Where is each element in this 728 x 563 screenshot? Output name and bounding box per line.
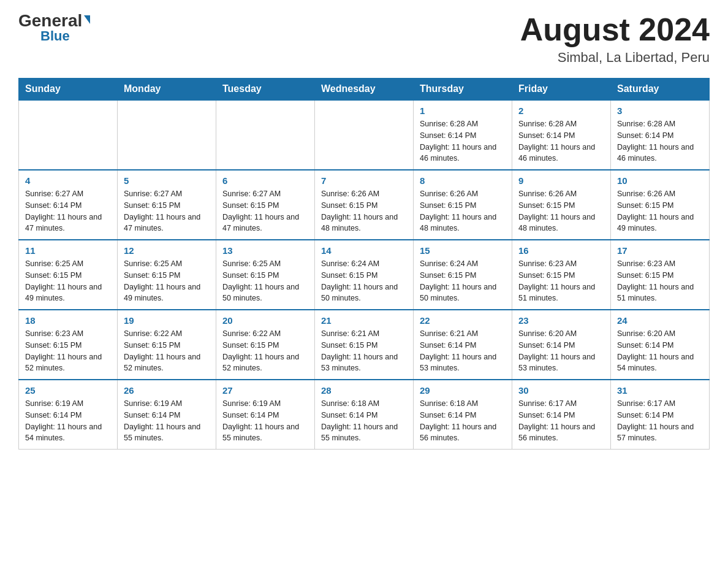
calendar-cell: 27Sunrise: 6:19 AMSunset: 6:14 PMDayligh… <box>216 380 315 450</box>
calendar-cell: 10Sunrise: 6:26 AMSunset: 6:15 PMDayligh… <box>611 170 710 240</box>
calendar-cell: 23Sunrise: 6:20 AMSunset: 6:14 PMDayligh… <box>512 310 611 380</box>
day-info: Sunrise: 6:28 AMSunset: 6:14 PMDaylight:… <box>420 118 506 164</box>
day-number: 7 <box>321 175 407 186</box>
calendar-cell: 11Sunrise: 6:25 AMSunset: 6:15 PMDayligh… <box>19 240 118 310</box>
calendar-cell: 17Sunrise: 6:23 AMSunset: 6:15 PMDayligh… <box>611 240 710 310</box>
day-info: Sunrise: 6:25 AMSunset: 6:15 PMDaylight:… <box>25 258 111 304</box>
day-number: 25 <box>25 385 111 396</box>
day-info: Sunrise: 6:26 AMSunset: 6:15 PMDaylight:… <box>518 188 604 234</box>
day-of-week-header: Wednesday <box>315 79 414 101</box>
day-info: Sunrise: 6:20 AMSunset: 6:14 PMDaylight:… <box>518 328 604 374</box>
calendar-cell <box>118 100 216 170</box>
day-info: Sunrise: 6:17 AMSunset: 6:14 PMDaylight:… <box>617 398 703 444</box>
day-number: 4 <box>25 175 111 186</box>
day-info: Sunrise: 6:17 AMSunset: 6:14 PMDaylight:… <box>518 398 604 444</box>
day-info: Sunrise: 6:23 AMSunset: 6:15 PMDaylight:… <box>25 328 111 374</box>
day-number: 19 <box>124 315 210 326</box>
day-of-week-header: Monday <box>118 79 216 101</box>
calendar-cell: 13Sunrise: 6:25 AMSunset: 6:15 PMDayligh… <box>216 240 315 310</box>
day-number: 29 <box>420 385 506 396</box>
calendar-cell: 18Sunrise: 6:23 AMSunset: 6:15 PMDayligh… <box>19 310 118 380</box>
day-info: Sunrise: 6:25 AMSunset: 6:15 PMDaylight:… <box>222 258 308 304</box>
day-info: Sunrise: 6:24 AMSunset: 6:15 PMDaylight:… <box>321 258 407 304</box>
calendar-week-row: 4Sunrise: 6:27 AMSunset: 6:14 PMDaylight… <box>19 170 710 240</box>
calendar-cell: 29Sunrise: 6:18 AMSunset: 6:14 PMDayligh… <box>414 380 512 450</box>
day-info: Sunrise: 6:23 AMSunset: 6:15 PMDaylight:… <box>617 258 703 304</box>
calendar-cell: 20Sunrise: 6:22 AMSunset: 6:15 PMDayligh… <box>216 310 315 380</box>
logo-blue-text: Blue <box>40 29 70 43</box>
calendar-cell: 9Sunrise: 6:26 AMSunset: 6:15 PMDaylight… <box>512 170 611 240</box>
day-info: Sunrise: 6:26 AMSunset: 6:15 PMDaylight:… <box>321 188 407 234</box>
day-info: Sunrise: 6:22 AMSunset: 6:15 PMDaylight:… <box>222 328 308 374</box>
calendar-week-row: 25Sunrise: 6:19 AMSunset: 6:14 PMDayligh… <box>19 380 710 450</box>
day-number: 10 <box>617 175 703 186</box>
day-number: 18 <box>25 315 111 326</box>
day-number: 31 <box>617 385 703 396</box>
calendar-cell: 26Sunrise: 6:19 AMSunset: 6:14 PMDayligh… <box>118 380 216 450</box>
day-info: Sunrise: 6:28 AMSunset: 6:14 PMDaylight:… <box>518 118 604 164</box>
day-info: Sunrise: 6:26 AMSunset: 6:15 PMDaylight:… <box>617 188 703 234</box>
day-info: Sunrise: 6:27 AMSunset: 6:15 PMDaylight:… <box>222 188 308 234</box>
day-info: Sunrise: 6:24 AMSunset: 6:15 PMDaylight:… <box>420 258 506 304</box>
logo-triangle-icon <box>84 15 90 24</box>
calendar-cell: 25Sunrise: 6:19 AMSunset: 6:14 PMDayligh… <box>19 380 118 450</box>
day-info: Sunrise: 6:19 AMSunset: 6:14 PMDaylight:… <box>222 398 308 444</box>
day-number: 20 <box>222 315 308 326</box>
calendar-cell <box>315 100 414 170</box>
calendar-cell: 30Sunrise: 6:17 AMSunset: 6:14 PMDayligh… <box>512 380 611 450</box>
calendar-cell: 3Sunrise: 6:28 AMSunset: 6:14 PMDaylight… <box>611 100 710 170</box>
day-number: 21 <box>321 315 407 326</box>
logo-general-text: General <box>18 12 82 29</box>
day-info: Sunrise: 6:28 AMSunset: 6:14 PMDaylight:… <box>617 118 703 164</box>
calendar-cell: 31Sunrise: 6:17 AMSunset: 6:14 PMDayligh… <box>611 380 710 450</box>
day-number: 6 <box>222 175 308 186</box>
calendar-cell: 22Sunrise: 6:21 AMSunset: 6:14 PMDayligh… <box>414 310 512 380</box>
day-number: 30 <box>518 385 604 396</box>
day-number: 15 <box>420 245 506 256</box>
location-title: Simbal, La Libertad, Peru <box>520 50 710 66</box>
day-number: 1 <box>420 105 506 116</box>
day-number: 5 <box>124 175 210 186</box>
calendar-header-row: SundayMondayTuesdayWednesdayThursdayFrid… <box>19 79 710 101</box>
day-number: 27 <box>222 385 308 396</box>
day-info: Sunrise: 6:27 AMSunset: 6:14 PMDaylight:… <box>25 188 111 234</box>
day-info: Sunrise: 6:18 AMSunset: 6:14 PMDaylight:… <box>321 398 407 444</box>
day-info: Sunrise: 6:22 AMSunset: 6:15 PMDaylight:… <box>124 328 210 374</box>
calendar-cell: 28Sunrise: 6:18 AMSunset: 6:14 PMDayligh… <box>315 380 414 450</box>
day-number: 12 <box>124 245 210 256</box>
logo: General Blue <box>18 12 90 43</box>
calendar-week-row: 18Sunrise: 6:23 AMSunset: 6:15 PMDayligh… <box>19 310 710 380</box>
day-number: 13 <box>222 245 308 256</box>
day-number: 16 <box>518 245 604 256</box>
day-of-week-header: Friday <box>512 79 611 101</box>
day-number: 22 <box>420 315 506 326</box>
day-number: 28 <box>321 385 407 396</box>
day-number: 14 <box>321 245 407 256</box>
calendar-cell: 5Sunrise: 6:27 AMSunset: 6:15 PMDaylight… <box>118 170 216 240</box>
day-info: Sunrise: 6:21 AMSunset: 6:14 PMDaylight:… <box>420 328 506 374</box>
day-info: Sunrise: 6:19 AMSunset: 6:14 PMDaylight:… <box>25 398 111 444</box>
calendar-cell: 21Sunrise: 6:21 AMSunset: 6:15 PMDayligh… <box>315 310 414 380</box>
day-number: 11 <box>25 245 111 256</box>
day-of-week-header: Thursday <box>414 79 512 101</box>
calendar-cell: 12Sunrise: 6:25 AMSunset: 6:15 PMDayligh… <box>118 240 216 310</box>
day-of-week-header: Sunday <box>19 79 118 101</box>
day-number: 26 <box>124 385 210 396</box>
calendar-cell: 24Sunrise: 6:20 AMSunset: 6:14 PMDayligh… <box>611 310 710 380</box>
day-number: 8 <box>420 175 506 186</box>
calendar-cell: 14Sunrise: 6:24 AMSunset: 6:15 PMDayligh… <box>315 240 414 310</box>
day-of-week-header: Saturday <box>611 79 710 101</box>
day-info: Sunrise: 6:20 AMSunset: 6:14 PMDaylight:… <box>617 328 703 374</box>
day-info: Sunrise: 6:27 AMSunset: 6:15 PMDaylight:… <box>124 188 210 234</box>
day-number: 24 <box>617 315 703 326</box>
calendar-week-row: 11Sunrise: 6:25 AMSunset: 6:15 PMDayligh… <box>19 240 710 310</box>
day-number: 23 <box>518 315 604 326</box>
title-block: August 2024 Simbal, La Libertad, Peru <box>520 12 710 66</box>
day-info: Sunrise: 6:26 AMSunset: 6:15 PMDaylight:… <box>420 188 506 234</box>
day-number: 3 <box>617 105 703 116</box>
calendar-cell: 4Sunrise: 6:27 AMSunset: 6:14 PMDaylight… <box>19 170 118 240</box>
calendar-cell: 7Sunrise: 6:26 AMSunset: 6:15 PMDaylight… <box>315 170 414 240</box>
calendar-week-row: 1Sunrise: 6:28 AMSunset: 6:14 PMDaylight… <box>19 100 710 170</box>
calendar-cell: 6Sunrise: 6:27 AMSunset: 6:15 PMDaylight… <box>216 170 315 240</box>
month-title: August 2024 <box>520 12 710 47</box>
